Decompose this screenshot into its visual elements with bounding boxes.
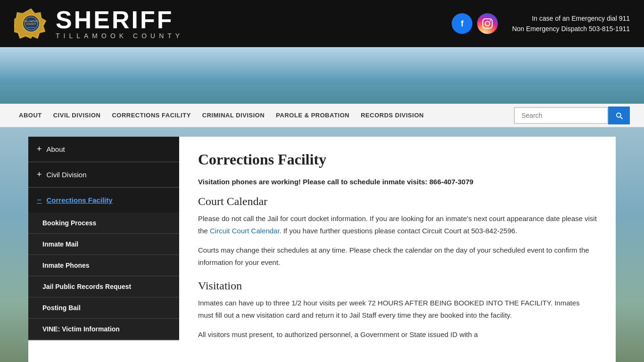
sidebar-item-about: + About — [28, 137, 179, 162]
nav-records[interactable]: RECORDS DIVISION — [356, 105, 429, 125]
search-input[interactable] — [514, 107, 608, 124]
main-nav: ABOUT CIVIL DIVISION CORRECTIONS FACILIT… — [0, 104, 644, 127]
sheriff-text-block: SHERIFF TILLAMOOK COUNTY — [56, 8, 183, 40]
page-title: Corrections Facility — [198, 151, 597, 168]
search-icon — [615, 111, 623, 120]
page-background: + About + Civil Division − Corrections F… — [0, 127, 644, 362]
site-header: TILLAMOOK COUNTY SHERIFF SHERIFF TILLAMO… — [0, 0, 644, 47]
sheriff-subtitle: TILLAMOOK COUNTY — [56, 32, 183, 40]
expand-icon-about: + — [37, 144, 42, 154]
sidebar-item-civil: + Civil Division — [28, 162, 179, 188]
sheriff-badge-icon: TILLAMOOK COUNTY SHERIFF — [14, 7, 48, 41]
court-calendar-title: Court Calendar — [198, 195, 597, 208]
nav-about[interactable]: ABOUT — [14, 105, 47, 125]
sidebar-about-header[interactable]: + About — [28, 137, 179, 162]
alert-text: Visitation phones are working! Please ca… — [198, 178, 597, 186]
contact-info: In case of an Emergency dial 911 Non Eme… — [512, 13, 630, 34]
sidebar-corrections-header[interactable]: − Corrections Facility — [28, 188, 179, 213]
nav-criminal[interactable]: CRIMINAL DIVISION — [198, 105, 270, 125]
social-links: f — [452, 13, 498, 34]
court-calendar-paragraph1: Please do not call the Jail for court do… — [198, 213, 597, 237]
court-calendar-section: Court Calendar Please do not call the Ja… — [198, 195, 597, 268]
nav-civil[interactable]: CIVIL DIVISION — [49, 105, 106, 125]
search-form — [514, 107, 630, 124]
emergency-line2: Non Emergency Dispatch 503-815-1911 — [512, 24, 630, 34]
sidebar-sub-vine[interactable]: VINE: Victim Information — [28, 319, 179, 340]
visitation-paragraph1: Inmates can have up to three 1/2 hour vi… — [198, 297, 597, 321]
court-calendar-text2: . If you have further questions please c… — [280, 227, 517, 235]
hero-banner — [0, 47, 644, 104]
expand-icon-civil: + — [37, 170, 42, 180]
nav-corrections[interactable]: CORRECTIONS FACILITY — [107, 105, 195, 125]
emergency-line1: In case of an Emergency dial 911 — [512, 13, 630, 24]
main-content: + About + Civil Division − Corrections F… — [28, 137, 616, 362]
nav-parole[interactable]: PAROLE & PROBATION — [271, 105, 354, 125]
instagram-icon — [482, 18, 493, 29]
court-calendar-paragraph2: Courts may change their schedules at any… — [198, 244, 597, 268]
sidebar-about-label: About — [47, 145, 65, 153]
sidebar: + About + Civil Division − Corrections F… — [28, 137, 179, 362]
sidebar-corrections-label: Corrections Facility — [47, 196, 113, 204]
sidebar-sub-posting-bail[interactable]: Posting Bail — [28, 297, 179, 319]
circuit-court-link[interactable]: Circuit Court Calendar — [210, 227, 280, 235]
main-content-area: Corrections Facility Visitation phones a… — [179, 137, 616, 362]
visitation-section: Visitation Inmates can have up to three … — [198, 280, 597, 341]
sidebar-sub-inmate-mail[interactable]: Inmate Mail — [28, 234, 179, 255]
sidebar-civil-label: Civil Division — [47, 171, 87, 179]
facebook-button[interactable]: f — [452, 13, 472, 34]
nav-links: ABOUT CIVIL DIVISION CORRECTIONS FACILIT… — [14, 105, 514, 125]
sidebar-sub-inmate-phones[interactable]: Inmate Phones — [28, 255, 179, 276]
visitation-paragraph2: All visitors must present, to authorized… — [198, 329, 597, 341]
sheriff-title: SHERIFF — [56, 8, 183, 32]
search-button[interactable] — [608, 107, 630, 124]
logo-area: TILLAMOOK COUNTY SHERIFF SHERIFF TILLAMO… — [14, 7, 452, 41]
collapse-icon-corrections: − — [37, 195, 42, 205]
visitation-title: Visitation — [198, 280, 597, 292]
sidebar-sub-booking[interactable]: Booking Process — [28, 213, 179, 234]
sidebar-sub-jail-records[interactable]: Jail Public Records Request — [28, 276, 179, 297]
sidebar-item-corrections: − Corrections Facility Booking Process I… — [28, 188, 179, 340]
svg-text:COUNTY: COUNTY — [26, 23, 36, 25]
sidebar-civil-header[interactable]: + Civil Division — [28, 162, 179, 187]
instagram-button[interactable] — [477, 13, 498, 34]
svg-text:SHERIFF: SHERIFF — [27, 26, 35, 29]
